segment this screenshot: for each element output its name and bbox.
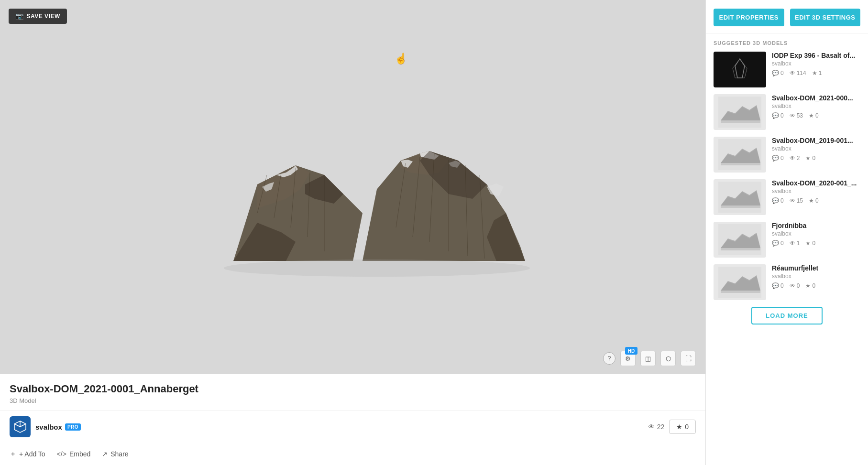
model-card-stats: 💬 0 👁 15 ★ 0 <box>772 197 860 204</box>
like-count: 0 <box>812 240 815 247</box>
model-title: Svalbox-DOM_2021-0001_Annaberget <box>10 383 696 395</box>
suggested-section: SUGGESTED 3D MODELS IODP Exp 396 - Basal… <box>706 33 868 338</box>
help-icon: ? <box>608 355 611 362</box>
view-icon: 👁 <box>790 197 795 204</box>
model-card-stats: 💬 0 👁 2 ★ 0 <box>772 155 860 162</box>
model-card-title: Svalbox-DOM_2019-001... <box>772 137 860 144</box>
embed-action[interactable]: </> Embed <box>57 450 91 458</box>
model-card-title: Svalbox-DOM_2021-000... <box>772 94 860 102</box>
save-view-button[interactable]: 📷 SAVE VIEW <box>9 9 67 24</box>
author-name[interactable]: svalbox <box>35 423 62 431</box>
share-action[interactable]: ↗ Share <box>102 450 128 458</box>
model-card-stats: 💬 0 👁 1 ★ 0 <box>772 240 860 247</box>
like-count: 0 <box>812 155 815 162</box>
sidebar-header: EDIT PROPERTIES EDIT 3D SETTINGS <box>706 0 868 33</box>
model-card-stats: 💬 0 👁 0 ★ 0 <box>772 282 860 289</box>
comment-count: 0 <box>780 240 784 247</box>
view-stat: 👁 53 <box>790 112 803 119</box>
model-card-author: svalbox <box>772 145 860 152</box>
view-icon: 👁 <box>790 112 795 119</box>
3d-viewer[interactable]: 📷 SAVE VIEW ☝ <box>0 0 705 374</box>
model-card[interactable]: Svalbox-DOM_2020-001_... svalbox 💬 0 👁 1… <box>714 179 860 215</box>
model-type: 3D Model <box>10 397 696 404</box>
likes-button[interactable]: ★ 0 <box>669 420 696 434</box>
model-thumbnail <box>714 264 766 300</box>
author-bar: svalbox PRO 👁 22 ★ 0 <box>0 410 705 445</box>
like-icon: ★ <box>805 282 811 289</box>
like-icon: ★ <box>809 112 814 119</box>
model-card-title: Fjordnibba <box>772 222 860 229</box>
view-count: 15 <box>797 197 803 204</box>
model-card-title: Réaumurfjellet <box>772 264 860 272</box>
comment-icon: 💬 <box>772 112 779 119</box>
right-sidebar: EDIT PROPERTIES EDIT 3D SETTINGS SUGGEST… <box>705 0 868 465</box>
comment-stat: 💬 0 <box>772 70 784 76</box>
model-card-author: svalbox <box>772 103 860 109</box>
model-card-info: Réaumurfjellet svalbox 💬 0 👁 0 ★ 0 <box>772 264 860 300</box>
hd-wrapper: ⚙ HD <box>620 351 636 366</box>
model-card-stats: 💬 0 👁 53 ★ 0 <box>772 112 860 119</box>
view-count: 2 <box>797 155 800 162</box>
like-count: 0 <box>815 112 819 119</box>
thumb-svg-5 <box>718 267 761 298</box>
model-card-title: IODP Exp 396 - Basalt of... <box>772 52 860 59</box>
share-icon: ↗ <box>102 450 108 458</box>
model-card[interactable]: Svalbox-DOM_2021-000... svalbox 💬 0 👁 53… <box>714 94 860 130</box>
layers-button[interactable]: ◫ <box>640 351 656 366</box>
model-info-bar: Svalbox-DOM_2021-0001_Annaberget 3D Mode… <box>0 374 705 410</box>
model-card-title: Svalbox-DOM_2020-001_... <box>772 179 860 187</box>
embed-label: Embed <box>69 450 90 458</box>
comment-icon: 💬 <box>772 70 779 76</box>
share-label: Share <box>110 450 128 458</box>
like-stat: ★ 0 <box>805 240 815 247</box>
like-stat: ★ 1 <box>812 70 822 76</box>
thumb-svg-2 <box>718 139 761 170</box>
cursor-indicator: ☝ <box>395 53 407 65</box>
comment-count: 0 <box>780 197 784 204</box>
camera-icon: 📷 <box>15 12 24 20</box>
like-stat: ★ 0 <box>809 197 819 204</box>
model-card-author: svalbox <box>772 230 860 237</box>
like-count: 1 <box>819 70 822 76</box>
help-button[interactable]: ? <box>603 352 615 365</box>
embed-icon: </> <box>57 450 66 458</box>
add-icon: ＋ <box>10 450 16 458</box>
view-icon: 👁 <box>790 155 795 162</box>
model-card[interactable]: IODP Exp 396 - Basalt of... svalbox 💬 0 … <box>714 52 860 87</box>
comment-count: 0 <box>780 70 784 76</box>
like-icon: ★ <box>805 240 811 247</box>
view-icon: 👁 <box>790 240 795 247</box>
model-card-info: Svalbox-DOM_2021-000... svalbox 💬 0 👁 53… <box>772 94 860 130</box>
model-card[interactable]: Réaumurfjellet svalbox 💬 0 👁 0 ★ 0 <box>714 264 860 300</box>
hd-badge: HD <box>625 347 637 355</box>
view-stat: 👁 0 <box>790 282 800 289</box>
like-stat: ★ 0 <box>809 112 819 119</box>
thumb-svg-1 <box>718 97 761 128</box>
comment-count: 0 <box>780 112 784 119</box>
model-card[interactable]: Svalbox-DOM_2019-001... svalbox 💬 0 👁 2 … <box>714 137 860 173</box>
comment-icon: 💬 <box>772 155 779 162</box>
like-stat: ★ 0 <box>805 282 815 289</box>
vr-button[interactable]: ⬡ <box>660 351 676 366</box>
view-count: 114 <box>797 70 806 76</box>
viewer-controls: ? ⚙ HD ◫ ⬡ ⛶ <box>603 351 696 366</box>
fullscreen-button[interactable]: ⛶ <box>681 351 696 366</box>
model-card-author: svalbox <box>772 60 860 67</box>
like-count: 0 <box>815 197 819 204</box>
author-avatar[interactable] <box>10 416 31 437</box>
comment-icon: 💬 <box>772 240 779 247</box>
comment-stat: 💬 0 <box>772 197 784 204</box>
edit-properties-button[interactable]: EDIT PROPERTIES <box>714 9 784 26</box>
like-icon: ★ <box>809 197 814 204</box>
model-card-author: svalbox <box>772 273 860 280</box>
load-more-button[interactable]: LOAD MORE <box>751 307 822 324</box>
model-card[interactable]: Fjordnibba svalbox 💬 0 👁 1 ★ 0 <box>714 222 860 258</box>
add-to-action[interactable]: ＋ + Add To <box>10 450 45 458</box>
views-count: 22 <box>657 423 665 431</box>
model-card-author: svalbox <box>772 188 860 195</box>
views-stat: 👁 22 <box>648 423 665 431</box>
thumb-svg-3 <box>718 182 761 213</box>
edit-3d-settings-button[interactable]: EDIT 3D SETTINGS <box>790 9 861 26</box>
svg-point-26 <box>224 260 530 277</box>
comment-stat: 💬 0 <box>772 155 784 162</box>
